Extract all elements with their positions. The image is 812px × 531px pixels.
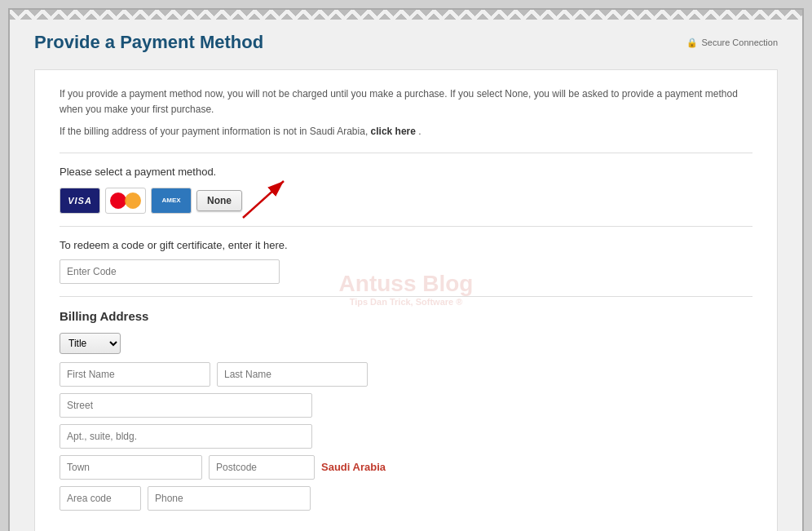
divider-2 [60, 226, 752, 227]
first-name-input[interactable] [60, 362, 210, 387]
secure-connection-badge: 🔒 Secure Connection [686, 38, 778, 48]
apt-input[interactable] [60, 424, 312, 449]
amex-label: AMEX [161, 197, 180, 204]
page-header: Provide a Payment Method 🔒 Secure Connec… [34, 32, 778, 53]
town-input[interactable] [60, 455, 202, 480]
info-line2: If the billing address of your payment i… [60, 124, 752, 139]
divider-1 [60, 153, 752, 153]
info-line2-prefix: If the billing address of your payment i… [60, 126, 368, 137]
mc-circle-left [110, 192, 126, 209]
postcode-input[interactable] [209, 455, 315, 480]
zigzag-top-border [10, 10, 802, 20]
billing-section: Billing Address Title Mr. Mrs. Ms. Dr. [60, 309, 752, 511]
name-row [60, 362, 752, 387]
phone-row [60, 486, 752, 511]
payment-section: Please select a payment method. VISA AME… [60, 166, 752, 214]
phone-input[interactable] [148, 486, 311, 511]
info-line2-suffix: . [418, 126, 421, 137]
street-row [60, 393, 752, 418]
secure-label: Secure Connection [701, 38, 778, 47]
redeem-section: To redeem a code or gift certificate, en… [60, 239, 752, 284]
visa-card[interactable]: VISA [60, 188, 100, 214]
mc-circle-right [125, 192, 141, 209]
street-input[interactable] [60, 393, 312, 418]
main-panel: If you provide a payment method now, you… [34, 69, 778, 531]
area-code-input[interactable] [60, 486, 141, 511]
country-label: Saudi Arabia [321, 461, 386, 473]
redeem-text: To redeem a code or gift certificate, en… [60, 239, 752, 251]
page-title: Provide a Payment Method [34, 32, 263, 53]
last-name-input[interactable] [217, 362, 368, 387]
billing-title: Billing Address [60, 309, 752, 323]
payment-select-label: Please select a payment method. [60, 166, 752, 178]
apt-row [60, 424, 752, 449]
visa-label: VISA [68, 196, 92, 206]
payment-methods-row: VISA AMEX None [60, 188, 752, 214]
town-row: Saudi Arabia [60, 455, 752, 480]
amex-card[interactable]: AMEX [151, 188, 192, 214]
divider-3 [60, 296, 752, 297]
none-button[interactable]: None [196, 190, 242, 211]
title-select[interactable]: Title Mr. Mrs. Ms. Dr. [60, 333, 121, 354]
code-input[interactable] [60, 259, 280, 284]
lock-icon: 🔒 [686, 38, 698, 48]
click-here-link[interactable]: click here [371, 126, 416, 137]
mastercard-card[interactable] [105, 188, 146, 214]
info-line1: If you provide a payment method now, you… [60, 86, 752, 117]
